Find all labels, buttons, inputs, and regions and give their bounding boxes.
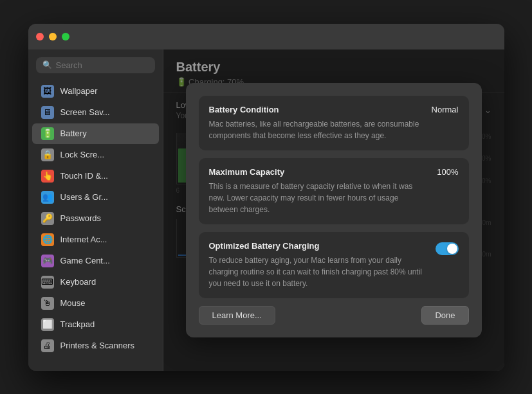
sidebar-item-users[interactable]: 👥 Users & Gr... [32,187,159,208]
battery-condition-row: Battery Condition Mac batteries, like al… [209,105,459,141]
modal-overlay: Battery Condition Mac batteries, like al… [163,49,504,371]
optimized-charging-info: Optimized Battery Charging To reduce bat… [209,241,425,289]
minimize-button[interactable] [49,33,57,40]
users-icon: 👥 [41,191,54,204]
sidebar-item-keyboard[interactable]: ⌨ Keyboard [32,272,159,292]
internet-icon: 🌐 [41,233,54,246]
sidebar-item-passwords[interactable]: 🔑 Passwords [32,208,159,229]
titlebar [28,24,504,49]
done-button[interactable]: Done [421,306,468,325]
battery-condition-title: Battery Condition [209,105,421,114]
trackpad-icon: ⬜ [41,318,54,331]
maximum-capacity-info: Maximum Capacity This is a measure of ba… [209,167,427,215]
sidebar-item-printers[interactable]: 🖨 Printers & Scanners [32,336,159,356]
battery-condition-section: Battery Condition Mac batteries, like al… [199,96,469,150]
right-panel: Battery 🔋 Charging: 70% Low Power Mode Y… [163,49,504,371]
keyboard-icon: ⌨ [41,276,54,289]
maximize-button[interactable] [62,33,69,40]
sidebar-item-label: Wallpaper [60,86,98,96]
optimized-charging-row: Optimized Battery Charging To reduce bat… [209,241,459,289]
modal-buttons: Learn More... Done [199,306,469,325]
sidebar-item-label: Passwords [60,213,102,223]
sidebar-item-label: Battery [60,129,87,138]
close-button[interactable] [36,33,44,40]
battery-health-modal: Battery Condition Mac batteries, like al… [186,83,482,337]
maximum-capacity-desc: This is a measure of battery capacity re… [209,181,427,215]
optimized-charging-desc: To reduce battery aging, your Mac learns… [209,255,425,289]
sidebar-item-lockscreen[interactable]: 🔒 Lock Scre... [32,145,159,165]
optimized-charging-toggle[interactable] [436,242,459,255]
system-preferences-window: 🔍 🖼 Wallpaper 🖥 Screen Sav... 🔋 Battery … [28,24,504,371]
mouse-icon: 🖱 [41,297,54,310]
screensaver-icon: 🖥 [41,106,54,119]
maximum-capacity-section: Maximum Capacity This is a measure of ba… [199,158,469,224]
maximum-capacity-value: 100% [437,167,458,177]
sidebar-item-mouse[interactable]: 🖱 Mouse [32,293,159,314]
toggle-knob [447,244,457,254]
wallpaper-icon: 🖼 [41,85,54,98]
sidebar-item-label: Users & Gr... [60,192,108,202]
battery-condition-info: Battery Condition Mac batteries, like al… [209,105,421,141]
search-icon: 🔍 [42,60,52,69]
sidebar-item-internet[interactable]: 🌐 Internet Ac... [32,229,159,250]
sidebar-item-label: Screen Sav... [60,107,110,117]
optimized-charging-section: Optimized Battery Charging To reduce bat… [199,232,469,298]
sidebar-item-label: Lock Scre... [60,150,105,159]
sidebar-item-wallpaper[interactable]: 🖼 Wallpaper [32,81,159,102]
battery-icon: 🔋 [41,127,54,140]
battery-condition-desc: Mac batteries, like all rechargeable bat… [209,118,421,141]
sidebar: 🔍 🖼 Wallpaper 🖥 Screen Sav... 🔋 Battery … [28,49,163,371]
printers-icon: 🖨 [41,339,54,352]
sidebar-item-label: Keyboard [60,277,96,287]
sidebar-item-label: Game Cent... [60,256,110,265]
passwords-icon: 🔑 [41,212,54,225]
gamecenter-icon: 🎮 [41,255,54,267]
sidebar-item-label: Trackpad [60,319,95,329]
sidebar-item-label: Printers & Scanners [60,341,135,350]
sidebar-item-trackpad[interactable]: ⬜ Trackpad [32,314,159,335]
sidebar-item-battery[interactable]: 🔋 Battery [32,123,159,144]
traffic-lights [36,33,69,40]
maximum-capacity-row: Maximum Capacity This is a measure of ba… [209,167,459,215]
sidebar-item-label: Touch ID &... [60,171,108,181]
sidebar-item-screensaver[interactable]: 🖥 Screen Sav... [32,102,159,123]
learn-more-button[interactable]: Learn More... [199,306,275,325]
main-content: 🔍 🖼 Wallpaper 🖥 Screen Sav... 🔋 Battery … [28,49,504,371]
search-input[interactable] [56,60,149,70]
battery-condition-value: Normal [432,105,459,114]
sidebar-item-label: Internet Ac... [60,235,107,244]
sidebar-item-label: Mouse [60,298,86,308]
touchid-icon: 👆 [41,170,54,183]
maximum-capacity-title: Maximum Capacity [209,167,427,177]
lock-icon: 🔒 [41,148,54,161]
optimized-charging-title: Optimized Battery Charging [209,241,425,251]
search-box[interactable]: 🔍 [36,57,155,73]
sidebar-item-touchid[interactable]: 👆 Touch ID &... [32,166,159,186]
sidebar-item-gamecenter[interactable]: 🎮 Game Cent... [32,251,159,271]
